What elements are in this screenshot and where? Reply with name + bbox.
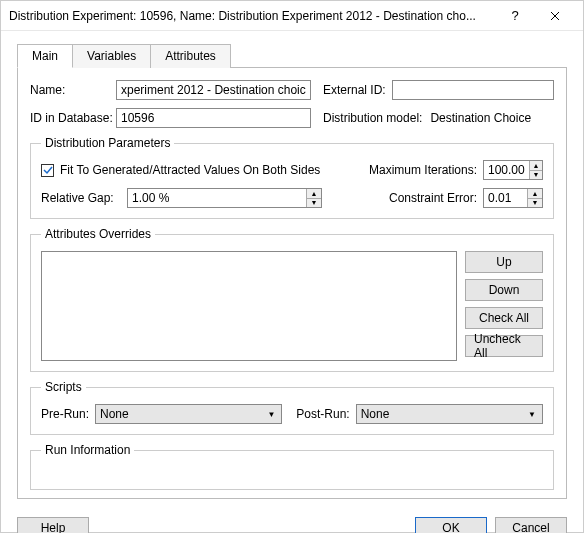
content-area: Main Variables Attributes Name: External… — [1, 31, 583, 509]
tab-label: Main — [32, 49, 58, 63]
rel-gap-value: 1.00 % — [128, 189, 306, 207]
row-relgap-constraint: Relative Gap: 1.00 % ▲ ▼ Constraint Erro… — [41, 188, 543, 208]
checkbox-box — [41, 164, 54, 177]
constraint-err-label: Constraint Error: — [389, 191, 477, 205]
pre-run-value: None — [100, 407, 129, 421]
distribution-parameters-legend: Distribution Parameters — [41, 136, 174, 150]
tab-label: Variables — [87, 49, 136, 63]
help-button-footer[interactable]: Help — [17, 517, 89, 533]
id-db-label: ID in Database: — [30, 111, 110, 125]
model-label: Distribution model: — [323, 111, 422, 125]
max-iter-stepper[interactable]: 100.00 ▲ ▼ — [483, 160, 543, 180]
chevron-up-icon[interactable]: ▲ — [530, 161, 542, 171]
row-fit-maxiter: Fit To Generated/Attracted Values On Bot… — [41, 160, 543, 180]
tabstrip: Main Variables Attributes — [17, 43, 567, 67]
rel-gap-stepper[interactable]: 1.00 % ▲ ▼ — [127, 188, 322, 208]
chevron-up-icon[interactable]: ▲ — [307, 189, 321, 199]
pre-run-select[interactable]: None ▼ — [95, 404, 282, 424]
external-id-label: External ID: — [323, 83, 386, 97]
post-run-select[interactable]: None ▼ — [356, 404, 543, 424]
chevron-down-icon[interactable]: ▼ — [530, 171, 542, 180]
attributes-overrides-legend: Attributes Overrides — [41, 227, 155, 241]
external-id-field[interactable] — [392, 80, 554, 100]
scripts-legend: Scripts — [41, 380, 86, 394]
window-title: Distribution Experiment: 10596, Name: Di… — [9, 9, 495, 23]
constraint-err-value: 0.01 — [484, 189, 527, 207]
chevron-down-icon[interactable]: ▼ — [307, 199, 321, 208]
post-run-value: None — [361, 407, 390, 421]
max-iter-label: Maximum Iterations: — [369, 163, 477, 177]
uncheck-all-button[interactable]: Uncheck All — [465, 335, 543, 357]
pre-run-label: Pre-Run: — [41, 407, 89, 421]
close-icon — [550, 11, 560, 21]
fit-label: Fit To Generated/Attracted Values On Bot… — [60, 163, 320, 177]
chevron-down-icon: ▼ — [267, 410, 275, 419]
name-label: Name: — [30, 83, 110, 97]
check-icon — [43, 165, 53, 175]
stepper-arrows: ▲ ▼ — [306, 189, 321, 207]
dialog-window: Distribution Experiment: 10596, Name: Di… — [0, 0, 584, 533]
constraint-err-stepper[interactable]: 0.01 ▲ ▼ — [483, 188, 543, 208]
titlebar: Distribution Experiment: 10596, Name: Di… — [1, 1, 583, 31]
row-name-external: Name: External ID: — [30, 80, 554, 100]
check-all-button[interactable]: Check All — [465, 307, 543, 329]
run-information-body — [41, 463, 543, 487]
tab-main[interactable]: Main — [17, 44, 73, 68]
row-id-model: ID in Database: Distribution model: Dest… — [30, 108, 554, 128]
ok-button[interactable]: OK — [415, 517, 487, 533]
attributes-overrides-buttons: Up Down Check All Uncheck All — [465, 251, 543, 361]
up-button[interactable]: Up — [465, 251, 543, 273]
tab-variables[interactable]: Variables — [72, 44, 151, 68]
chevron-up-icon[interactable]: ▲ — [528, 189, 542, 199]
stepper-arrows: ▲ ▼ — [527, 189, 542, 207]
attributes-overrides-group: Attributes Overrides Up Down Check All U… — [30, 227, 554, 372]
run-information-legend: Run Information — [41, 443, 134, 457]
tab-panel-main: Name: External ID: ID in Database: Distr… — [17, 67, 567, 499]
name-field[interactable] — [116, 80, 311, 100]
scripts-group: Scripts Pre-Run: None ▼ Post-Run: None ▼ — [30, 380, 554, 435]
rel-gap-label: Relative Gap: — [41, 191, 121, 205]
row-scripts: Pre-Run: None ▼ Post-Run: None ▼ — [41, 404, 543, 424]
tab-attributes[interactable]: Attributes — [150, 44, 231, 68]
fit-checkbox[interactable]: Fit To Generated/Attracted Values On Bot… — [41, 163, 320, 177]
attributes-overrides-body: Up Down Check All Uncheck All — [41, 251, 543, 361]
close-button[interactable] — [535, 1, 575, 31]
model-value: Destination Choice — [430, 111, 531, 125]
cancel-button[interactable]: Cancel — [495, 517, 567, 533]
help-button[interactable]: ? — [495, 1, 535, 31]
chevron-down-icon: ▼ — [528, 410, 536, 419]
down-button[interactable]: Down — [465, 279, 543, 301]
id-db-field[interactable] — [116, 108, 311, 128]
distribution-parameters-group: Distribution Parameters Fit To Generated… — [30, 136, 554, 219]
dialog-footer: Help OK Cancel — [1, 509, 583, 533]
attributes-overrides-list[interactable] — [41, 251, 457, 361]
post-run-label: Post-Run: — [296, 407, 349, 421]
tab-label: Attributes — [165, 49, 216, 63]
run-information-group: Run Information — [30, 443, 554, 490]
max-iter-value: 100.00 — [484, 161, 529, 179]
stepper-arrows: ▲ ▼ — [529, 161, 542, 179]
chevron-down-icon[interactable]: ▼ — [528, 199, 542, 208]
